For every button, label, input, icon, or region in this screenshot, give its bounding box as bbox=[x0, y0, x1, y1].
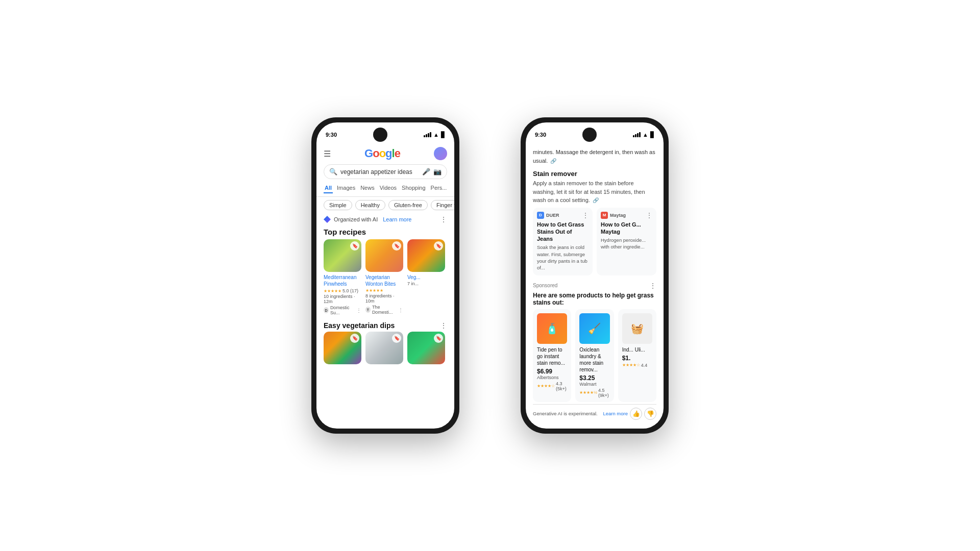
dip-card-1[interactable]: 🔖 bbox=[324, 332, 361, 364]
tide-price: $6.99 bbox=[537, 368, 567, 375]
source-card-maytag[interactable]: M Maytag ⋮ How to Get G... Maytag Hydrog… bbox=[597, 208, 656, 276]
search-query-text: vegetarian appetizer ideas bbox=[340, 168, 419, 176]
source-dot-2: T bbox=[365, 307, 371, 313]
maytag-name: Maytag bbox=[610, 213, 626, 218]
oxiclean-stars: ★★★★½ bbox=[579, 390, 597, 395]
status-bar-2: 9:30 ▲ ▊ bbox=[526, 122, 664, 144]
stain-remover-title: Stain remover bbox=[533, 168, 656, 179]
status-icons-1: ▲ ▊ bbox=[424, 132, 445, 138]
recipe-more-1[interactable]: ⋮ bbox=[356, 308, 361, 313]
maytag-brand: M Maytag bbox=[601, 212, 626, 219]
recipe-meta-1: 10 ingredients · 12m bbox=[324, 294, 361, 304]
gen-ai-text: Generative AI is experimental. bbox=[533, 411, 601, 416]
recipe-name-1: Mediterranean Pinwheels bbox=[324, 274, 361, 287]
tide-reviews: 4.3 (5k+) bbox=[556, 381, 567, 391]
chip-healthy[interactable]: Healthy bbox=[355, 200, 385, 210]
top-recipes-title: Top recipes bbox=[316, 226, 454, 239]
link-icon-1[interactable]: 🔗 bbox=[550, 158, 556, 164]
source-card-duer[interactable]: D DUER ⋮ How to Get Grass Stains Out of … bbox=[533, 208, 593, 276]
recipe-more-2[interactable]: ⋮ bbox=[398, 307, 403, 313]
dips-more-icon[interactable]: ⋮ bbox=[440, 321, 447, 330]
dip-card-2[interactable]: 🔖 bbox=[365, 332, 403, 364]
recipe-card-3[interactable]: 🔖 Veg... 7 in... bbox=[407, 239, 445, 315]
oxiclean-price: $3.25 bbox=[579, 374, 609, 382]
menu-icon[interactable]: ☰ bbox=[324, 149, 331, 159]
recipe-card-2[interactable]: 🔖 Vegetarian Wonton Bites ★★★★★ 8 ingred… bbox=[365, 239, 403, 315]
organized-ai-bar: Organized with AI Learn more ⋮ bbox=[316, 213, 454, 226]
link-icon-2[interactable]: 🔗 bbox=[593, 196, 599, 204]
battery-icon-1: ▊ bbox=[441, 132, 445, 138]
sponsored-text: Here are some products to help get grass… bbox=[533, 292, 656, 309]
chip-finger-food[interactable]: Finger foo... bbox=[431, 200, 454, 210]
product-cards: 🧴 Tide pen to go instant stain remo... $… bbox=[533, 309, 656, 402]
rating-num-1: 5.0 (17) bbox=[342, 288, 358, 293]
recipe-meta-3: 7 in... bbox=[407, 281, 445, 286]
mic-icon[interactable]: 🎤 bbox=[422, 168, 430, 176]
recipe-card-1[interactable]: 🔖 Mediterranean Pinwheels ★★★★★ 5.0 (17)… bbox=[324, 239, 361, 315]
duer-name: DUER bbox=[546, 213, 559, 218]
recipe-img-1: 🔖 bbox=[324, 239, 361, 272]
avatar[interactable] bbox=[434, 147, 447, 160]
tab-shopping[interactable]: Shopping bbox=[401, 183, 427, 193]
bookmark-btn-3[interactable]: 🔖 bbox=[434, 241, 443, 251]
signal-icon-1 bbox=[424, 132, 431, 137]
chip-simple[interactable]: Simple bbox=[324, 200, 352, 210]
more-options-icon[interactable]: ⋮ bbox=[440, 215, 447, 223]
source-dot-1: D bbox=[324, 307, 329, 313]
product-3[interactable]: 🧺 Ind... Uli... $1. ★★★★☆ 4.4 bbox=[618, 309, 656, 402]
oxiclean-product-img: 🧹 bbox=[579, 313, 609, 344]
status-bar-1: 9:30 ▲ ▊ bbox=[316, 122, 454, 144]
recipe-meta-2: 8 ingredients · 10m bbox=[365, 293, 403, 304]
tab-images[interactable]: Images bbox=[336, 183, 356, 193]
source-name-1: Domestic Su... bbox=[330, 305, 355, 315]
dips-title: Easy vegetarian dips bbox=[324, 321, 440, 330]
tab-news[interactable]: News bbox=[359, 183, 376, 193]
thumbs-down-btn[interactable]: 👎 bbox=[644, 408, 656, 420]
product-3-name: Ind... Uli... bbox=[622, 346, 652, 353]
stars-1: ★★★★★ bbox=[324, 289, 341, 293]
search-tabs: All Images News Videos Shopping Pers... bbox=[316, 182, 454, 197]
generative-ai-footer: Generative AI is experimental. Learn mor… bbox=[533, 404, 656, 422]
chip-gluten-free[interactable]: Gluten-free bbox=[388, 200, 428, 210]
recipe-name-2: Vegetarian Wonton Bites bbox=[365, 274, 403, 287]
phone-2-screen: 9:30 ▲ ▊ minutes. Massage the deter bbox=[526, 122, 664, 429]
gen-ai-learn-more[interactable]: Learn more bbox=[603, 411, 628, 416]
product-oxiclean[interactable]: 🧹 Oxiclean laundry & more stain remov...… bbox=[575, 309, 614, 402]
bookmark-btn-dip2[interactable]: 🔖 bbox=[392, 334, 401, 343]
product-tide[interactable]: 🧴 Tide pen to go instant stain remo... $… bbox=[533, 309, 571, 402]
product-3-reviews: 4.4 bbox=[641, 363, 648, 368]
duer-more-icon[interactable]: ⋮ bbox=[582, 212, 589, 219]
duer-brand: D DUER bbox=[537, 212, 559, 219]
learn-more-link[interactable]: Learn more bbox=[383, 216, 411, 222]
dip-card-3[interactable]: 🔖 bbox=[407, 332, 445, 364]
sponsored-more-icon[interactable]: ⋮ bbox=[649, 282, 656, 290]
tide-name: Tide pen to go instant stain remo... bbox=[537, 346, 567, 366]
dips-header: Easy vegetarian dips ⋮ bbox=[316, 319, 454, 332]
ai-diamond-icon bbox=[324, 216, 331, 223]
dips-cards: 🔖 🔖 🔖 bbox=[316, 332, 454, 364]
intro-text-block: minutes. Massage the detergent in, then … bbox=[533, 144, 656, 168]
bookmark-btn-dip1[interactable]: 🔖 bbox=[350, 334, 359, 343]
maytag-more-icon[interactable]: ⋮ bbox=[646, 212, 652, 219]
tide-rating: ★★★★☆ 4.3 (5k+) bbox=[537, 381, 567, 391]
phone-2-content: minutes. Massage the detergent in, then … bbox=[526, 144, 664, 429]
notch-2 bbox=[582, 128, 597, 142]
phone-1: 9:30 ▲ ▊ ☰ G bbox=[311, 117, 459, 434]
oxiclean-rating: ★★★★½ 4.5 (9k+) bbox=[579, 388, 609, 398]
lens-icon[interactable]: 📷 bbox=[433, 168, 442, 176]
search-bar[interactable]: 🔍 vegetarian appetizer ideas 🎤 📷 bbox=[324, 164, 447, 179]
bookmark-btn-dip3[interactable]: 🔖 bbox=[434, 334, 443, 343]
scene: 9:30 ▲ ▊ ☰ G bbox=[0, 0, 980, 551]
tab-videos[interactable]: Videos bbox=[379, 183, 398, 193]
tab-all[interactable]: All bbox=[324, 183, 333, 193]
oxiclean-name: Oxiclean laundry & more stain remov... bbox=[579, 346, 609, 373]
tab-personal[interactable]: Pers... bbox=[430, 183, 448, 193]
filter-chips: Simple Healthy Gluten-free Finger foo... bbox=[316, 197, 454, 213]
duer-title: How to Get Grass Stains Out of Jeans bbox=[537, 221, 589, 243]
bookmark-btn-2[interactable]: 🔖 bbox=[392, 241, 401, 251]
phone-2: 9:30 ▲ ▊ minutes. Massage the deter bbox=[521, 117, 669, 434]
thumbs-up-btn[interactable]: 👍 bbox=[630, 408, 642, 420]
google-logo: Google bbox=[364, 147, 400, 160]
bookmark-btn-1[interactable]: 🔖 bbox=[350, 241, 359, 251]
sponsored-header: Sponsored ⋮ bbox=[533, 280, 656, 292]
